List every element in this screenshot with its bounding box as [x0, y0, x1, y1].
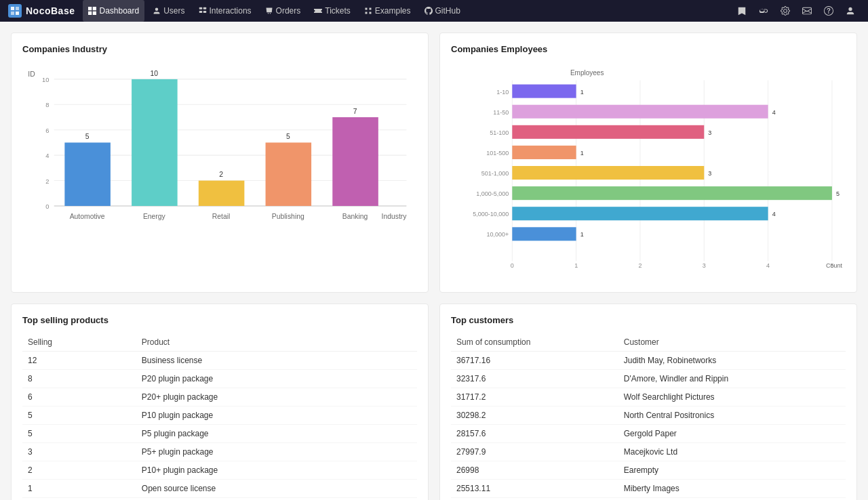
bar-5000-10000 — [512, 207, 768, 220]
link-icon-btn[interactable] — [754, 1, 773, 20]
table-row: 30298.2 North Central Positronics — [451, 407, 846, 425]
dashboard-icon — [88, 7, 96, 15]
svg-text:1: 1 — [580, 150, 584, 157]
nav-github[interactable]: GitHub — [419, 0, 466, 22]
customer-name: Earempty — [618, 461, 846, 480]
svg-rect-7 — [203, 11, 206, 13]
svg-text:1: 1 — [574, 263, 578, 270]
svg-text:4: 4 — [766, 263, 770, 270]
nav-orders[interactable]: Orders — [260, 0, 307, 22]
link-icon — [759, 6, 768, 16]
svg-text:4: 4 — [45, 152, 49, 159]
selling-value: 1 — [22, 480, 136, 498]
top-selling-card: Top selling products Selling Product 12 … — [11, 304, 429, 500]
product-name: Open source license — [136, 480, 417, 498]
nav-users[interactable]: Users — [147, 0, 190, 22]
svg-text:Automotive: Automotive — [70, 213, 105, 220]
table-row: 26998 Earempty — [451, 461, 846, 480]
user-avatar-icon-btn[interactable] — [841, 1, 860, 20]
nav-interactions-label: Interactions — [210, 6, 252, 16]
svg-text:11-50: 11-50 — [493, 109, 509, 116]
bar-publishing — [266, 142, 312, 206]
svg-rect-3 — [16, 12, 19, 15]
table-row: 5 P5 plugin package — [22, 425, 417, 443]
product-name: Business license — [136, 352, 417, 370]
selling-value: 3 — [22, 443, 136, 461]
nav-examples[interactable]: Examples — [359, 0, 416, 22]
table-row: 2 P10+ plugin package — [22, 461, 417, 480]
nav-tickets-label: Tickets — [325, 6, 351, 16]
col-customer-header: Customer — [618, 333, 846, 352]
table-row: 6 P20+ plugin package — [22, 388, 417, 407]
tickets-icon — [314, 7, 322, 15]
svg-text:3: 3 — [708, 170, 711, 177]
nav-tickets[interactable]: Tickets — [309, 0, 356, 22]
main-content: Companies Industry ID 10 8 6 4 2 0 — [0, 22, 868, 500]
selling-value: 12 — [22, 352, 136, 370]
selling-value: 2 — [22, 461, 136, 480]
examples-icon — [364, 7, 372, 15]
product-name: P20 plugin package — [136, 370, 417, 388]
nav-right-icons — [732, 1, 860, 20]
user-avatar-icon — [846, 6, 855, 16]
logo-icon — [8, 4, 22, 18]
bar-501-1000 — [512, 166, 704, 180]
selling-value: 6 — [22, 388, 136, 407]
settings-icon-btn[interactable] — [776, 1, 795, 20]
svg-text:3: 3 — [703, 263, 706, 270]
industry-bar-chart: ID 10 8 6 4 2 0 5 Automotive — [22, 62, 417, 279]
logo-text: NocoBase — [26, 5, 75, 16]
table-row: 27997.9 Macejkovic Ltd — [451, 443, 846, 461]
svg-text:0: 0 — [45, 203, 49, 210]
selling-value: 5 — [22, 425, 136, 443]
product-name: P10+ plugin package — [136, 461, 417, 480]
svg-text:Employees: Employees — [570, 69, 604, 77]
product-name: P5+ plugin package — [136, 443, 417, 461]
logo[interactable]: NocoBase — [8, 4, 75, 18]
nav-users-label: Users — [163, 6, 184, 16]
interactions-icon — [199, 7, 207, 15]
svg-text:5: 5 — [85, 133, 90, 140]
bar-51-100 — [512, 125, 704, 139]
sum-value: 28157.6 — [451, 425, 618, 443]
bookmark-icon — [737, 6, 747, 16]
col-product-header: Product — [136, 333, 417, 352]
customer-name: Wolf Searchlight Pictures — [618, 388, 846, 407]
sum-value: 27997.9 — [451, 443, 618, 461]
svg-text:Industry: Industry — [382, 213, 408, 220]
svg-text:1: 1 — [580, 231, 584, 238]
companies-industry-title: Companies Industry — [22, 44, 417, 54]
table-row: 5 P10 plugin package — [22, 407, 417, 425]
svg-rect-1 — [16, 7, 19, 10]
help-icon-btn[interactable] — [819, 1, 838, 20]
customer-name: Gergold Paper — [618, 425, 846, 443]
product-name: P20+ plugin package — [136, 388, 417, 407]
companies-employees-chart: Employees 0 1 2 3 4 5 1-10 11-50 51-100 — [451, 62, 846, 274]
svg-text:501-1,000: 501-1,000 — [481, 170, 509, 177]
settings-icon — [781, 6, 790, 16]
companies-employees-card: Companies Employees Employees 0 1 2 3 4 … — [439, 33, 857, 293]
svg-text:1: 1 — [580, 89, 584, 96]
customer-name: Macejkovic Ltd — [618, 443, 846, 461]
employees-bar-chart: Employees 0 1 2 3 4 5 1-10 11-50 51-100 — [451, 62, 846, 272]
companies-industry-chart: ID 10 8 6 4 2 0 5 Automotive — [22, 62, 417, 281]
table-row: 25513.11 Miberty Images — [451, 480, 846, 498]
table-row: 12 Business license — [22, 352, 417, 370]
col-selling-header: Selling — [22, 333, 136, 352]
sum-value: 25513.11 — [451, 480, 618, 498]
svg-text:Count: Count — [826, 263, 843, 270]
svg-text:5,000-10,000: 5,000-10,000 — [473, 211, 509, 217]
mail-icon-btn[interactable] — [797, 1, 816, 20]
top-selling-title: Top selling products — [22, 315, 417, 325]
svg-rect-0 — [11, 7, 14, 10]
table-row: 3 P5+ plugin package — [22, 443, 417, 461]
bookmark-icon-btn[interactable] — [732, 1, 751, 20]
nav-dashboard-label: Dashboard — [99, 6, 139, 16]
svg-text:Publishing: Publishing — [272, 213, 304, 220]
bar-101-500 — [512, 146, 576, 159]
nav-dashboard[interactable]: Dashboard — [83, 0, 144, 22]
product-name: P10 plugin package — [136, 407, 417, 425]
github-icon — [425, 7, 433, 15]
nav-interactions[interactable]: Interactions — [193, 0, 257, 22]
help-icon — [824, 6, 833, 16]
